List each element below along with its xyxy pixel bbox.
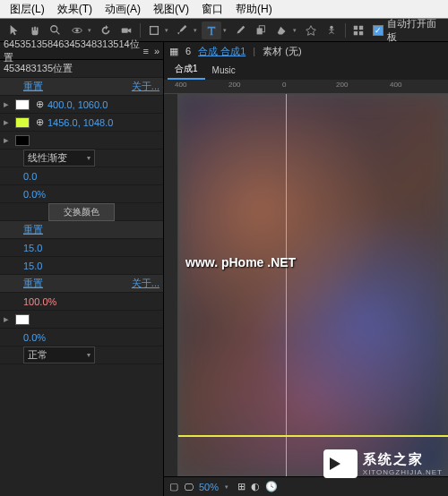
crosshair-icon[interactable]: ⊕ <box>36 116 44 128</box>
value[interactable]: 0.0% <box>23 332 46 343</box>
twirl-icon[interactable]: ▸ <box>4 313 13 325</box>
crumb-footage: 素材 (无) <box>263 45 301 58</box>
clone-tool[interactable] <box>252 21 271 39</box>
time-icon[interactable]: 🕓 <box>265 481 278 492</box>
monitor-icon[interactable]: 🖵 <box>184 482 194 492</box>
orbit-tool[interactable] <box>67 21 86 39</box>
camera-tool[interactable] <box>117 21 136 39</box>
view-icon[interactable]: ▢ <box>169 481 178 492</box>
color-swatch-3[interactable] <box>15 135 30 146</box>
crumb-comp[interactable]: 合成 合成1 <box>198 45 246 58</box>
reset-link[interactable]: 重置 <box>23 277 43 290</box>
color-swatch-4[interactable] <box>15 314 30 325</box>
eraser-tool[interactable] <box>272 21 291 39</box>
value[interactable]: 0.0 <box>23 171 37 182</box>
zoom-tool[interactable] <box>47 21 65 39</box>
value[interactable]: 15.0 <box>23 261 42 271</box>
menu-help[interactable]: 帮助(H) <box>229 2 279 17</box>
blend-mode-dropdown[interactable]: 正常 <box>23 346 95 363</box>
prop-row: 0.0% <box>0 185 163 203</box>
resolution-icon[interactable]: ⊞ <box>237 481 246 492</box>
brand-watermark: 系统之家 XITONGZHIJIA.NET <box>323 449 443 478</box>
value[interactable]: 15.0 <box>23 243 42 253</box>
svg-rect-3 <box>122 28 128 32</box>
channel-icon[interactable]: ◐ <box>251 481 260 492</box>
ruler-horizontal[interactable]: 400 200 0 200 400 <box>164 80 448 94</box>
zoom-dropdown[interactable]: 50% <box>199 482 219 492</box>
prop-row: 0.0% <box>0 329 163 346</box>
swap-colors-button[interactable]: 交换颜色 <box>48 203 115 221</box>
reset-link[interactable]: 重置 <box>23 223 43 236</box>
crosshair-icon[interactable]: ⊕ <box>36 98 44 110</box>
effect-header-2: 重置 <box>0 221 163 239</box>
effect-header-3: 重置 关于... <box>0 275 163 293</box>
gradient-type-dropdown[interactable]: 线性渐变 <box>23 150 95 167</box>
svg-point-7 <box>330 25 333 29</box>
separator <box>345 23 346 38</box>
roto-tool[interactable] <box>301 21 320 39</box>
position-value-2[interactable]: 1456.0, 1048.0 <box>47 117 113 128</box>
menu-view[interactable]: 视图(V) <box>147 2 195 17</box>
prop-row: 0.0 <box>0 167 163 185</box>
dropdown-icon[interactable]: ▾ <box>194 27 201 34</box>
composition-preview <box>178 94 448 476</box>
menu-animation[interactable]: 动画(A) <box>99 2 147 17</box>
shape-line[interactable] <box>178 435 448 437</box>
svg-rect-4 <box>150 26 158 34</box>
color-swatch-2[interactable] <box>15 117 30 128</box>
viewer-tabs: 合成1 Music <box>164 60 448 80</box>
hand-tool[interactable] <box>25 21 44 39</box>
panel-close-icon[interactable]: » <box>154 46 159 56</box>
shape-tool[interactable] <box>144 21 163 39</box>
position-value-1[interactable]: 400.0, 1060.0 <box>47 99 108 110</box>
canvas[interactable]: www. pHome .NET <box>178 94 448 476</box>
auto-open-checkbox[interactable] <box>373 25 383 36</box>
color-swatch-1[interactable] <box>15 99 30 110</box>
rotate-tool[interactable] <box>96 21 115 39</box>
twirl-icon[interactable]: ▸ <box>4 98 13 110</box>
composition-panel: ▦ 6 合成 合成1 | 素材 (无) 合成1 Music 400 200 0 … <box>163 42 448 496</box>
puppet-tool[interactable] <box>322 21 340 39</box>
layers-icon[interactable]: ▦ <box>169 46 178 57</box>
color-2-row: ▸ ⊕ 1456.0, 1048.0 <box>0 114 163 132</box>
guide-vertical[interactable] <box>286 94 287 476</box>
dropdown-icon[interactable]: ▾ <box>223 27 230 34</box>
auto-open-label: 自动打开面板 <box>387 17 444 44</box>
value[interactable]: 0.0% <box>23 189 46 200</box>
prop-row: 15.0 <box>0 257 163 275</box>
brand-logo-icon <box>323 449 358 478</box>
about-link[interactable]: 关于... <box>132 277 159 290</box>
toolbar: ▾ ▾ ▾ ▾ ▾ 自动打开面板 <box>0 19 448 42</box>
brush-tool[interactable] <box>230 21 249 39</box>
menu-effect[interactable]: 效果(T) <box>51 2 99 17</box>
gradient-type-row: ▸ <box>0 132 163 150</box>
ruler-vertical[interactable] <box>164 94 178 476</box>
opacity-row: 100.0% <box>0 293 163 311</box>
dropdown-icon[interactable]: ▾ <box>225 483 232 491</box>
tab-comp1[interactable]: 合成1 <box>168 60 205 80</box>
about-link[interactable]: 关于... <box>132 80 159 93</box>
dropdown-icon[interactable]: ▾ <box>293 27 300 34</box>
comp-breadcrumb: ▦ 6 合成 合成1 | 素材 (无) <box>164 42 448 60</box>
dropdown-icon[interactable]: ▾ <box>88 27 95 34</box>
dropdown-icon[interactable]: ▾ <box>165 27 172 34</box>
twirl-icon[interactable]: ▸ <box>4 134 13 146</box>
watermark-text: www. pHome .NET <box>185 255 296 269</box>
menu-bar: 图层(L) 效果(T) 动画(A) 视图(V) 窗口 帮助(H) <box>0 0 448 19</box>
tab-music[interactable]: Music <box>205 63 243 80</box>
swap-row: 交换颜色 <box>0 203 163 221</box>
selection-tool[interactable] <box>4 21 23 39</box>
brand-name-en: XITONGZHIJIA.NET <box>363 468 443 476</box>
pen-tool[interactable] <box>173 21 192 39</box>
ruler-tick: 0 <box>282 81 286 89</box>
panel-tab-row: 64535135846345348313514位置 ≡ » <box>0 42 163 60</box>
text-tool[interactable] <box>202 21 220 39</box>
menu-window[interactable]: 窗口 <box>195 2 229 17</box>
opacity-value[interactable]: 100.0% <box>23 296 56 307</box>
panel-menu-icon[interactable]: ≡ <box>142 46 148 56</box>
position-label: 453483135位置 <box>4 62 73 75</box>
grid-icon[interactable] <box>349 21 368 39</box>
menu-layer[interactable]: 图层(L) <box>4 2 51 17</box>
reset-link[interactable]: 重置 <box>23 80 43 93</box>
twirl-icon[interactable]: ▸ <box>4 116 13 128</box>
